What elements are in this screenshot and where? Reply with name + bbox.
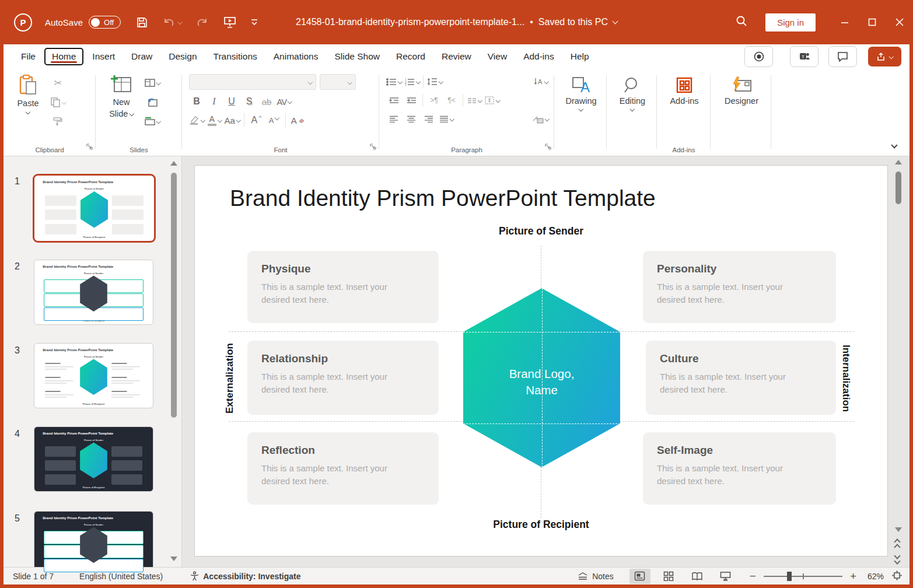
start-slideshow-button[interactable] (223, 16, 237, 29)
relationship-box[interactable]: Relationship This is a sample text. Inse… (247, 341, 439, 415)
clear-formatting-button[interactable]: A (290, 113, 305, 128)
paragraph-dialog-launcher[interactable] (545, 142, 551, 152)
picture-of-sender-label[interactable]: Picture of Sender (195, 225, 887, 237)
format-painter-button[interactable] (50, 114, 66, 129)
normal-view-button[interactable] (629, 569, 650, 584)
close-button[interactable] (886, 0, 913, 44)
change-case-dropdown-icon[interactable] (236, 118, 241, 123)
slide-thumbnail-5[interactable]: Brand Identity Prism PowerPoint Template… (34, 511, 153, 576)
scrollbar-thumb[interactable] (171, 173, 177, 418)
zoom-slider-handle[interactable] (787, 572, 792, 581)
reset-slide-button[interactable] (145, 94, 160, 110)
spacing-dropdown-icon[interactable] (288, 99, 292, 104)
drawing-button[interactable]: A Drawing (561, 74, 601, 143)
change-case-button[interactable]: Aa (225, 113, 240, 128)
slide-thumbnail-2[interactable]: Brand Identity Prism PowerPoint Template… (34, 260, 153, 325)
record-button[interactable] (744, 46, 773, 67)
personality-box[interactable]: Personality This is a sample text. Inser… (643, 251, 836, 323)
undo-button[interactable] (162, 16, 182, 28)
highlight-dropdown-icon[interactable] (201, 118, 205, 123)
tab-insert[interactable]: Insert (85, 48, 123, 65)
cut-button[interactable]: ✂ (50, 75, 66, 90)
numbering-button[interactable]: 123 (404, 74, 420, 89)
character-spacing-button[interactable]: AV (277, 94, 292, 109)
tab-slide-show[interactable]: Slide Show (327, 48, 387, 65)
font-color-dropdown-icon[interactable] (218, 118, 222, 123)
comments-button[interactable] (828, 46, 857, 67)
align-text-button[interactable] (484, 93, 500, 108)
scroll-down-icon[interactable] (895, 527, 902, 532)
scrollbar-thumb[interactable] (895, 172, 901, 204)
bullets-dropdown-icon[interactable] (398, 79, 403, 84)
share-button[interactable] (868, 47, 901, 66)
copy-dropdown-icon[interactable] (62, 100, 67, 104)
bold-button[interactable]: B (189, 94, 204, 109)
italic-button[interactable]: I (207, 94, 222, 109)
editing-button[interactable]: Editing (614, 74, 651, 143)
increase-indent-button[interactable] (404, 93, 419, 108)
text-direction-dropdown-icon[interactable] (544, 79, 549, 84)
section-button[interactable] (145, 114, 160, 129)
columns-dropdown-icon[interactable] (478, 98, 482, 103)
decrease-indent-button[interactable] (386, 93, 401, 108)
slide-thumbnail-3[interactable]: Brand Identity Prism PowerPoint Template… (34, 343, 153, 408)
new-slide-dropdown-icon[interactable] (130, 111, 134, 116)
slide-indicator[interactable]: Slide 1 of 7 (13, 572, 54, 581)
text-shadow-button[interactable]: S (242, 94, 257, 109)
designer-button[interactable]: Designer (720, 74, 763, 143)
tab-review[interactable]: Review (434, 48, 479, 65)
strikethrough-button[interactable]: ab (259, 94, 274, 109)
slide-layout-button[interactable] (145, 75, 160, 90)
slideshow-view-button[interactable] (715, 569, 736, 584)
internalization-label[interactable]: Internalization (840, 334, 852, 423)
line-spacing-dropdown-icon[interactable] (439, 79, 443, 84)
physique-box[interactable]: Physique This is a sample text. Insert y… (247, 251, 439, 323)
redo-button[interactable] (196, 16, 209, 28)
clipboard-dialog-launcher[interactable] (86, 142, 93, 152)
tab-record[interactable]: Record (389, 48, 433, 65)
culture-box[interactable]: Culture This is a sample text. Insert yo… (646, 341, 836, 415)
brand-hexagon[interactable]: Brand Logo, Name (463, 288, 620, 467)
align-right-button[interactable] (421, 111, 436, 127)
saved-status[interactable]: Saved to this PC (538, 17, 608, 27)
zoom-out-button[interactable]: − (750, 570, 756, 582)
columns-button[interactable] (467, 93, 482, 108)
zoom-level[interactable]: 62% (864, 572, 884, 581)
slide-sorter-view-button[interactable] (658, 569, 679, 584)
font-dialog-launcher[interactable] (370, 142, 376, 152)
paste-button[interactable]: Paste (11, 74, 46, 143)
zoom-in-button[interactable]: + (850, 570, 856, 582)
picture-of-recipient-label[interactable]: Picture of Recipient (195, 519, 887, 531)
customize-qat-button[interactable] (251, 19, 258, 26)
new-slide-button[interactable]: New Slide (103, 74, 140, 143)
reflection-box[interactable]: Reflection This is a sample text. Insert… (247, 432, 439, 505)
smartart-dropdown-icon[interactable] (544, 117, 549, 121)
minimize-button[interactable] (831, 0, 858, 44)
fit-to-window-button[interactable] (891, 570, 902, 583)
save-button[interactable] (136, 16, 148, 29)
copy-button[interactable] (50, 94, 66, 110)
drawing-dropdown-icon[interactable] (579, 107, 583, 111)
tab-home[interactable]: Home (44, 48, 83, 65)
scroll-up-icon[interactable] (895, 160, 902, 164)
language-indicator[interactable]: English (United States) (79, 572, 163, 581)
thumbnail-scrollbar[interactable] (169, 159, 179, 565)
slide-thumbnail-4[interactable]: Brand Identity Prism PowerPoint Template… (34, 426, 153, 492)
addins-button[interactable]: Add-ins (664, 74, 705, 143)
slide-thumbnail-1[interactable]: Brand Identity Prism PowerPoint Template… (33, 174, 156, 243)
justify-dropdown-icon[interactable] (450, 117, 454, 121)
justify-button[interactable] (439, 111, 454, 127)
font-color-button[interactable]: A (207, 113, 222, 128)
maximize-button[interactable] (858, 0, 886, 44)
rtl-paragraph-button[interactable]: ¶< (444, 93, 459, 108)
self-image-box[interactable]: Self-Image This is a sample text. Insert… (643, 432, 836, 505)
tab-draw[interactable]: Draw (124, 48, 160, 65)
tab-animations[interactable]: Animations (266, 48, 326, 65)
tab-view[interactable]: View (480, 48, 515, 65)
accessibility-status[interactable]: Accessibility: Investigate (190, 571, 300, 581)
teams-share-button[interactable]: T (790, 46, 818, 67)
bullets-button[interactable] (386, 74, 402, 89)
font-name-combobox[interactable] (189, 74, 316, 90)
next-slide-button[interactable] (895, 554, 900, 564)
autosave-toggle[interactable]: Off (89, 16, 121, 29)
